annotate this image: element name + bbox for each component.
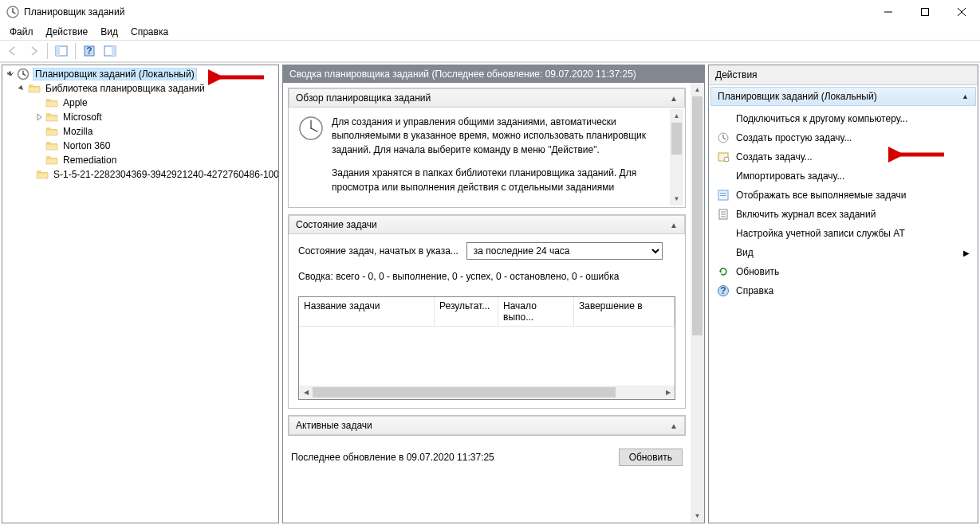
menu-action[interactable]: Действие [40, 25, 95, 39]
tree-library[interactable]: Библиотека планировщика заданий [6, 81, 275, 96]
app-icon [6, 6, 19, 18]
task-table: Название задачи Результат... Начало выпо… [298, 296, 675, 400]
chevron-up-icon: ▲ [962, 92, 969, 100]
maximize-button[interactable] [907, 0, 943, 24]
tree-item-label: Norton 360 [61, 140, 112, 151]
action-item[interactable]: Создать простую задачу... [710, 128, 976, 147]
action-label: Включить журнал всех заданий [736, 209, 970, 220]
folder-icon [45, 139, 58, 152]
overview-scrollbar[interactable]: ▲ ▼ [670, 109, 683, 206]
library-icon [28, 82, 41, 95]
tree-folder[interactable]: S-1-5-21-2282304369-3942921240-427276048… [6, 167, 275, 182]
action-icon [717, 170, 730, 182]
actions-subheader[interactable]: Планировщик заданий (Локальный) ▲ [710, 87, 976, 106]
toolbar: ? [0, 40, 980, 62]
last-refresh-label: Последнее обновление в 09.07.2020 11:37:… [291, 452, 494, 463]
footer-row: Последнее обновление в 09.07.2020 11:37:… [288, 442, 686, 468]
tree-item-label: S-1-5-21-2282304369-3942921240-427276048… [52, 169, 279, 180]
overview-section-header[interactable]: Обзор планировщика заданий ▲ [289, 88, 685, 108]
tree-library-label: Библиотека планировщика заданий [44, 83, 207, 94]
svg-rect-8 [56, 46, 60, 56]
task-table-body [299, 327, 675, 386]
status-period-dropdown[interactable]: за последние 24 часа [466, 242, 663, 260]
action-label: Вид [736, 247, 957, 258]
status-summary: Сводка: всего - 0, 0 - выполнение, 0 - у… [298, 271, 675, 282]
tree-folder[interactable]: Norton 360 [6, 139, 275, 153]
svg-text:?: ? [86, 45, 92, 57]
refresh-button[interactable]: Обновить [619, 449, 683, 466]
col-end[interactable]: Завершение в [574, 297, 675, 326]
status-title: Состояние задачи [296, 219, 377, 230]
overview-title: Обзор планировщика заданий [296, 92, 431, 104]
action-item[interactable]: Включить журнал всех заданий [710, 205, 976, 224]
status-section-header[interactable]: Состояние задачи ▲ [289, 215, 685, 234]
action-item[interactable]: Подключиться к другому компьютеру... [710, 109, 976, 128]
titlebar: Планировщик заданий [0, 0, 980, 24]
svg-rect-12 [112, 46, 116, 56]
show-hide-tree-button[interactable] [52, 42, 71, 60]
back-button[interactable] [3, 42, 22, 60]
menubar: Файл Действие Вид Справка [0, 24, 980, 40]
action-label: Отображать все выполняемые задачи [736, 190, 970, 201]
col-start[interactable]: Начало выпо... [498, 297, 574, 326]
menu-file[interactable]: Файл [3, 25, 40, 39]
collapse-icon[interactable] [17, 84, 26, 93]
action-icon [717, 227, 730, 240]
action-item[interactable]: Создать задачу... [710, 147, 976, 167]
svg-rect-4 [922, 9, 929, 16]
tree-folder[interactable]: Microsoft [6, 110, 275, 124]
active-tasks-header[interactable]: Активные задачи ▲ [289, 416, 685, 435]
forward-button[interactable] [24, 42, 43, 60]
center-scrollbar[interactable]: ▲ ▼ [691, 83, 704, 523]
action-icon [717, 151, 730, 163]
menu-view[interactable]: Вид [94, 25, 124, 39]
folder-icon [45, 111, 58, 123]
action-item[interactable]: Настройка учетной записи службы AT [710, 224, 976, 243]
action-item[interactable]: Отображать все выполняемые задачи [710, 186, 976, 205]
overview-text: Для создания и управления общими задания… [332, 116, 659, 199]
menu-help[interactable]: Справка [124, 25, 175, 39]
chevron-up-icon: ▲ [670, 94, 678, 103]
action-label: Обновить [736, 266, 970, 277]
folder-icon [36, 168, 49, 181]
expand-icon[interactable] [34, 112, 44, 122]
status-filter-label: Состояние задач, начатых в указа... [298, 245, 459, 257]
action-icon [717, 265, 730, 278]
folder-icon [45, 125, 58, 138]
svg-rect-28 [720, 195, 726, 196]
minimize-button[interactable] [870, 0, 907, 24]
active-tasks-section: Активные задачи ▲ [288, 415, 686, 436]
collapse-icon[interactable] [6, 69, 15, 79]
clock-icon [298, 116, 324, 141]
tree-item-label: Apple [61, 97, 89, 108]
close-button[interactable] [943, 0, 980, 24]
actions-panel: Действия Планировщик заданий (Локальный)… [708, 65, 978, 523]
window-title: Планировщик заданий [24, 6, 870, 18]
action-icon [717, 208, 730, 221]
action-icon [717, 112, 730, 125]
summary-panel: Сводка планировщика заданий (Последнее о… [282, 65, 705, 523]
action-label: Настройка учетной записи службы AT [736, 228, 970, 239]
col-result[interactable]: Результат... [435, 297, 498, 326]
action-item[interactable]: Вид▶ [710, 243, 976, 262]
action-pane-button[interactable] [100, 42, 120, 60]
col-name[interactable]: Название задачи [299, 297, 435, 326]
tree-item-label: Microsoft [61, 112, 104, 123]
action-item[interactable]: ?Справка [710, 281, 976, 300]
action-icon [717, 246, 730, 259]
action-item[interactable]: Импортировать задачу... [710, 167, 976, 186]
tree-root[interactable]: Планировщик заданий (Локальный) [6, 67, 275, 81]
tree-folder[interactable]: Apple [6, 96, 275, 110]
overview-section: Обзор планировщика заданий ▲ Для создани… [288, 88, 686, 208]
action-item[interactable]: Обновить [710, 262, 976, 281]
actions-header: Действия [709, 65, 978, 85]
action-label: Справка [736, 285, 970, 296]
tree-panel: Планировщик заданий (Локальный) Библиоте… [2, 65, 279, 523]
folder-icon [45, 154, 58, 167]
svg-point-25 [724, 157, 729, 162]
help-button[interactable]: ? [80, 42, 99, 60]
svg-text:?: ? [720, 285, 726, 296]
task-table-hscroll[interactable]: ◀ ▶ [299, 386, 675, 399]
tree-folder[interactable]: Remediation [6, 153, 275, 167]
tree-folder[interactable]: Mozilla [6, 124, 275, 139]
